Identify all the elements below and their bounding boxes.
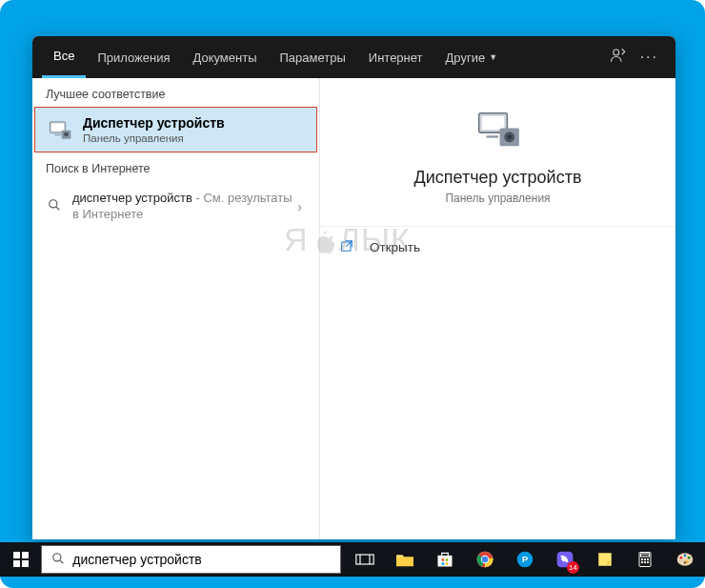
device-manager-large-icon — [473, 105, 523, 154]
chevron-right-icon[interactable]: › — [293, 199, 306, 214]
tab-settings-label: Параметры — [279, 51, 345, 65]
action-open[interactable]: Открыть — [320, 227, 675, 268]
tab-documents[interactable]: Документы — [181, 36, 268, 78]
svg-rect-17 — [13, 560, 20, 567]
svg-point-12 — [507, 134, 512, 139]
tab-documents-label: Документы — [192, 51, 256, 65]
svg-text:P: P — [522, 555, 528, 564]
action-open-label: Открыть — [370, 240, 420, 254]
svg-line-20 — [60, 560, 63, 563]
svg-point-0 — [613, 50, 618, 55]
chevron-down-icon: ▼ — [489, 52, 497, 62]
search-icon — [46, 198, 63, 214]
svg-rect-25 — [442, 558, 445, 561]
tab-all-label: Все — [53, 49, 74, 63]
tab-web[interactable]: Интернет — [357, 36, 434, 78]
svg-rect-21 — [356, 555, 373, 564]
feedback-icon[interactable] — [610, 47, 627, 68]
file-explorer-icon[interactable] — [385, 542, 425, 577]
calculator-icon[interactable] — [625, 542, 665, 577]
tab-more[interactable]: Другие▼ — [434, 36, 510, 78]
svg-rect-9 — [481, 116, 503, 130]
tab-settings[interactable]: Параметры — [268, 36, 356, 78]
paint-icon[interactable] — [665, 542, 705, 577]
svg-point-47 — [684, 555, 687, 558]
taskbar-search-box[interactable] — [41, 545, 341, 574]
svg-point-46 — [680, 557, 683, 559]
svg-point-19 — [53, 553, 61, 560]
best-match-item[interactable]: Диспетчер устройств Панель управления — [34, 107, 317, 152]
tab-more-label: Другие — [446, 51, 486, 65]
svg-rect-13 — [486, 135, 498, 137]
svg-point-48 — [688, 557, 691, 559]
section-best-match: Лучшее соответствие — [32, 78, 319, 107]
svg-rect-2 — [51, 124, 64, 132]
search-filter-tabs: Все Приложения Документы Параметры Интер… — [32, 36, 675, 78]
app-blue-icon[interactable]: P — [505, 542, 545, 577]
svg-point-39 — [641, 558, 643, 560]
chrome-icon[interactable] — [465, 542, 505, 577]
svg-rect-38 — [641, 554, 650, 557]
sticky-notes-icon[interactable] — [585, 542, 625, 577]
tab-apps[interactable]: Приложения — [86, 36, 181, 78]
tab-web-label: Интернет — [369, 51, 423, 65]
detail-title: Диспетчер устройств — [339, 168, 656, 188]
overflow-menu-icon[interactable]: ··· — [640, 49, 658, 66]
svg-rect-26 — [446, 558, 449, 561]
svg-rect-28 — [446, 562, 449, 565]
svg-line-7 — [56, 207, 59, 210]
tab-all[interactable]: Все — [42, 36, 86, 78]
device-manager-icon — [47, 116, 73, 143]
web-result-query: диспетчер устройств — [72, 191, 192, 205]
results-list: Лучшее соответствие Диспетчер устройств … — [32, 78, 320, 539]
open-icon — [339, 238, 356, 256]
viber-badge: 14 — [567, 561, 579, 574]
search-results-panel: Все Приложения Документы Параметры Интер… — [32, 36, 675, 539]
best-match-subtitle: Панель управления — [83, 132, 225, 144]
task-view-button[interactable] — [345, 542, 385, 577]
svg-rect-27 — [442, 562, 445, 565]
web-result-text: диспетчер устройств - См. результаты в И… — [72, 191, 293, 223]
search-icon — [51, 552, 65, 568]
svg-point-40 — [644, 558, 646, 560]
microsoft-store-icon[interactable] — [425, 542, 465, 577]
web-search-result[interactable]: диспетчер устройств - См. результаты в И… — [32, 181, 319, 233]
windows-logo-icon — [13, 552, 29, 567]
viber-icon[interactable]: 14 — [545, 542, 585, 577]
section-web-search: Поиск в Интернете — [32, 152, 319, 181]
svg-point-32 — [482, 557, 489, 563]
detail-subtitle: Панель управления — [339, 192, 656, 205]
best-match-title: Диспетчер устройств — [83, 115, 225, 131]
svg-rect-16 — [22, 552, 29, 558]
svg-rect-5 — [54, 134, 61, 135]
svg-point-44 — [647, 561, 649, 563]
svg-point-43 — [644, 561, 646, 563]
svg-point-42 — [641, 561, 643, 563]
svg-rect-36 — [598, 553, 612, 566]
result-detail-pane: Диспетчер устройств Панель управления От… — [320, 78, 675, 539]
svg-point-6 — [50, 200, 57, 208]
svg-point-4 — [64, 132, 69, 136]
start-button[interactable] — [0, 542, 41, 577]
taskbar: P 14 — [0, 542, 705, 577]
taskbar-search-input[interactable] — [72, 552, 331, 567]
svg-rect-15 — [13, 552, 20, 558]
svg-point-41 — [647, 558, 649, 560]
svg-rect-24 — [438, 556, 453, 567]
svg-rect-18 — [22, 560, 29, 567]
tab-apps-label: Приложения — [97, 51, 170, 65]
